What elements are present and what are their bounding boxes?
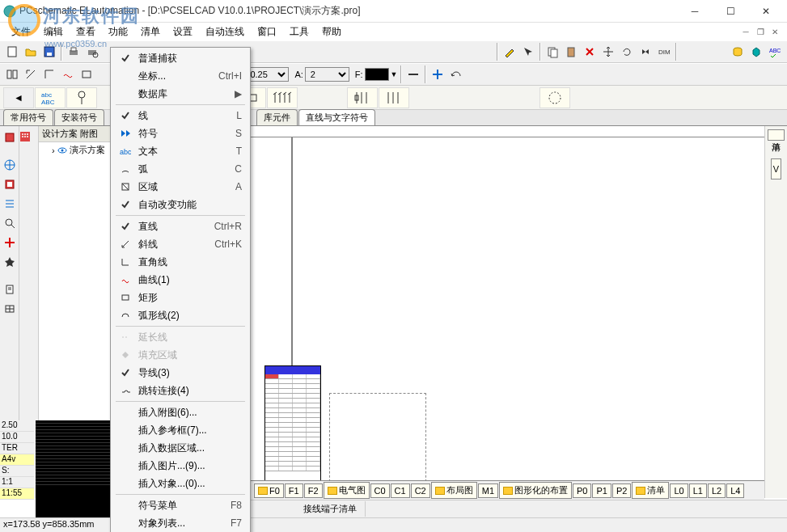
mdi-restore-button[interactable]: ❐: [753, 25, 768, 38]
close-button[interactable]: ✕: [748, 1, 784, 22]
menu-file[interactable]: 文件: [5, 23, 37, 40]
preview-thumbnail[interactable]: [36, 420, 110, 517]
zoom-tool[interactable]: [2, 215, 18, 231]
sheet-tab[interactable]: 布局图: [431, 482, 477, 499]
menu-item[interactable]: 符号S: [112, 125, 248, 142]
menu-function[interactable]: 功能: [102, 23, 134, 40]
database-button[interactable]: [729, 43, 747, 61]
sheet-tab[interactable]: F2: [304, 483, 323, 498]
menu-item[interactable]: 线L: [112, 107, 248, 125]
spellcheck-button[interactable]: ABC: [766, 43, 784, 61]
sheet-tab[interactable]: P2: [612, 483, 631, 498]
right-tab-v[interactable]: V: [771, 158, 781, 179]
menu-item[interactable]: 坐标...Ctrl+I: [112, 67, 248, 85]
star-tool[interactable]: [2, 254, 18, 270]
menu-item[interactable]: 曲线(1): [112, 271, 248, 289]
menu-item[interactable]: 插入参考框(7)...: [112, 421, 248, 439]
sheet-tab[interactable]: 清单: [632, 482, 669, 499]
menu-item[interactable]: 普通捕获: [112, 49, 248, 67]
cut-button[interactable]: [581, 43, 599, 61]
grid-icon[interactable]: [19, 131, 38, 142]
menu-item[interactable]: 区域A: [112, 178, 248, 196]
paste-button[interactable]: [562, 43, 580, 61]
menu-item[interactable]: 插入附图(6)...: [112, 403, 248, 421]
maximize-button[interactable]: ☐: [713, 1, 748, 22]
color-dropdown-icon[interactable]: ▼: [391, 70, 398, 78]
menu-help[interactable]: 帮助: [315, 23, 348, 40]
book-tool[interactable]: [2, 176, 18, 192]
sheet-tab[interactable]: 图形化的布置: [499, 482, 572, 499]
copy-button[interactable]: [544, 43, 561, 61]
symbol-arrow-button[interactable]: [519, 43, 537, 61]
doc-tool[interactable]: [2, 281, 18, 298]
ref-tool-4[interactable]: [59, 65, 77, 83]
mirror-button[interactable]: [637, 43, 654, 61]
save-button[interactable]: [40, 43, 58, 61]
menu-item[interactable]: 弧形线(2): [112, 306, 248, 324]
menu-item[interactable]: 斜线Ctrl+K: [112, 235, 248, 253]
sheet-tab[interactable]: M1: [478, 483, 498, 498]
menu-view[interactable]: 查看: [70, 23, 102, 40]
ref-tool-2[interactable]: [22, 65, 40, 83]
minimize-button[interactable]: ─: [677, 1, 713, 22]
symbol-abc[interactable]: abcABC: [35, 87, 66, 108]
mdi-close-button[interactable]: ✕: [768, 25, 782, 38]
menu-item[interactable]: 符号菜单F8: [112, 496, 248, 514]
crosshair-button[interactable]: [429, 65, 446, 83]
select-tool[interactable]: [2, 129, 18, 146]
print-preview-button[interactable]: [83, 43, 101, 61]
color-swatch[interactable]: [365, 68, 389, 81]
new-button[interactable]: [3, 43, 21, 61]
menu-item[interactable]: 插入图片...(9)...: [112, 457, 248, 475]
sheet-tab[interactable]: C0: [370, 483, 390, 498]
a-select[interactable]: 2: [305, 67, 349, 82]
sheet-tab[interactable]: L1: [689, 483, 707, 498]
rotate-button[interactable]: [618, 43, 636, 61]
b-select[interactable]: 0.25: [244, 67, 289, 82]
sheet-tab[interactable]: C1: [391, 483, 410, 498]
ref-tool-5[interactable]: [78, 65, 95, 83]
list-tool[interactable]: [2, 196, 18, 212]
symbol-switches[interactable]: [267, 87, 298, 108]
globe-tool[interactable]: [2, 157, 18, 173]
mdi-minimize-button[interactable]: ─: [738, 25, 753, 38]
sheet-tab[interactable]: L2: [708, 483, 726, 498]
menu-list[interactable]: 清单: [134, 23, 167, 40]
table-tool[interactable]: [2, 301, 18, 317]
move-button[interactable]: [599, 43, 617, 61]
dimension-button[interactable]: DIM: [655, 43, 673, 61]
symbol-motor[interactable]: [539, 87, 570, 108]
symbol-key[interactable]: [66, 87, 97, 108]
sheet-tab[interactable]: F0: [254, 483, 284, 498]
tree-item-project[interactable]: › 演示方案: [39, 142, 115, 158]
menu-item[interactable]: 插入数据区域...: [112, 439, 248, 457]
menu-item[interactable]: 矩形: [112, 289, 248, 306]
tab-library[interactable]: 库元件: [256, 109, 298, 125]
sheet-tab[interactable]: C2: [411, 483, 430, 498]
menu-item[interactable]: 跳转连接(4): [112, 382, 248, 399]
menu-autowire[interactable]: 自动连线: [199, 23, 251, 40]
symbol-contacts1[interactable]: [347, 87, 378, 108]
menu-settings[interactable]: 设置: [167, 23, 199, 40]
tab-install-symbols[interactable]: 安装符号: [54, 109, 104, 125]
menu-item[interactable]: 导线(3): [112, 364, 248, 382]
menu-window[interactable]: 窗口: [251, 23, 283, 40]
menu-item[interactable]: 对象列表...F7: [112, 514, 248, 532]
print-button[interactable]: [65, 43, 83, 61]
menu-item[interactable]: 弧C: [112, 160, 248, 178]
open-button[interactable]: [22, 43, 40, 61]
symbol-contacts2[interactable]: [379, 87, 409, 108]
sheet-tab[interactable]: P1: [592, 483, 611, 498]
tab-common-symbols[interactable]: 常用符号: [3, 109, 53, 125]
menu-item[interactable]: 直角线: [112, 253, 248, 271]
undo-curve-button[interactable]: [447, 65, 465, 83]
menu-item[interactable]: 自动改变功能: [112, 196, 248, 213]
sheet-tab[interactable]: F1: [285, 483, 303, 498]
line-style-button[interactable]: [404, 65, 422, 83]
sheet-tab[interactable]: L0: [670, 483, 688, 498]
sheet-tab[interactable]: L4: [726, 483, 744, 498]
sheet-tab[interactable]: 电气图: [324, 482, 370, 499]
sub-tab-terminal-list[interactable]: 接线端子清单: [295, 501, 366, 517]
menu-item[interactable]: 直线Ctrl+R: [112, 217, 248, 235]
menu-item[interactable]: 数据库▶: [112, 85, 248, 103]
